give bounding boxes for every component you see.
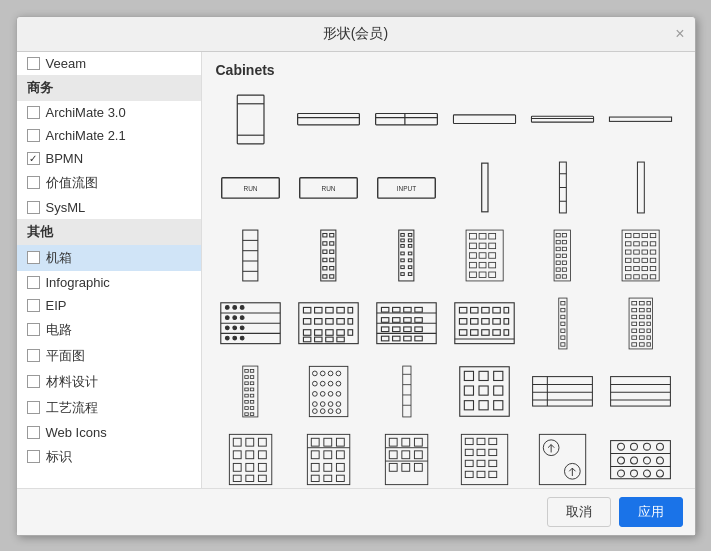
shape-item[interactable] (294, 430, 364, 488)
svg-rect-301 (311, 475, 319, 481)
svg-rect-110 (634, 275, 640, 279)
shape-item[interactable] (450, 430, 520, 488)
sidebar-item-eip[interactable]: EIP (17, 294, 201, 317)
checkbox-archimate3[interactable] (27, 106, 40, 119)
shape-item[interactable] (606, 90, 676, 150)
shape-item[interactable] (450, 158, 520, 218)
svg-rect-169 (455, 303, 514, 344)
content-area: Veeam商务ArchiMate 3.0ArchiMate 2.1BPMN价值流… (17, 52, 695, 488)
svg-rect-184 (504, 330, 509, 336)
svg-rect-108 (650, 267, 656, 271)
svg-rect-55 (401, 273, 404, 276)
svg-rect-133 (337, 308, 344, 314)
apply-button[interactable]: 应用 (619, 497, 683, 527)
cancel-button[interactable]: 取消 (547, 497, 611, 527)
sidebar-item-infographic[interactable]: Infographic (17, 271, 201, 294)
checkbox-veeam[interactable] (27, 57, 40, 70)
shape-item[interactable] (450, 226, 520, 286)
checkbox-logo[interactable] (27, 450, 40, 463)
svg-rect-309 (389, 451, 397, 459)
shape-item[interactable] (450, 90, 520, 150)
checkbox-web-icons[interactable] (27, 426, 40, 439)
shape-item[interactable] (216, 226, 286, 286)
svg-rect-9 (531, 117, 593, 123)
checkbox-bpmn[interactable] (27, 152, 40, 165)
shape-item[interactable] (372, 430, 442, 488)
shape-item[interactable] (294, 226, 364, 286)
svg-rect-179 (504, 319, 509, 325)
checkbox-machine-box[interactable] (27, 251, 40, 264)
svg-rect-195 (632, 302, 637, 305)
sidebar-label-circuit: 电路 (46, 321, 72, 339)
shape-item[interactable] (216, 90, 286, 150)
svg-rect-98 (634, 250, 640, 254)
sidebar-item-circuit[interactable]: 电路 (17, 317, 201, 343)
shape-item[interactable] (294, 90, 364, 150)
svg-rect-335 (611, 440, 671, 478)
sidebar-item-materials[interactable]: 材料设计 (17, 369, 201, 395)
shape-item[interactable]: RUN (294, 158, 364, 218)
shape-item[interactable] (528, 362, 598, 422)
svg-rect-132 (326, 308, 333, 314)
checkbox-sysml[interactable] (27, 201, 40, 214)
checkbox-value-flow[interactable] (27, 176, 40, 189)
checkbox-floor-plan[interactable] (27, 349, 40, 362)
shape-item[interactable] (606, 362, 676, 422)
svg-point-252 (328, 409, 333, 414)
sidebar-item-floor-plan[interactable]: 平面图 (17, 343, 201, 369)
shape-item[interactable] (372, 226, 442, 286)
svg-rect-158 (393, 318, 400, 323)
svg-rect-94 (634, 242, 640, 246)
sidebar-item-veeam[interactable]: Veeam (17, 52, 201, 75)
svg-rect-173 (493, 308, 500, 314)
shape-item[interactable]: RUN (216, 158, 286, 218)
shape-item[interactable] (528, 226, 598, 286)
checkbox-infographic[interactable] (27, 276, 40, 289)
svg-rect-0 (237, 95, 264, 144)
shape-item[interactable] (372, 294, 442, 354)
sidebar-label-logo: 标识 (46, 448, 72, 466)
sidebar-item-logo[interactable]: 标识 (17, 444, 201, 470)
shape-item[interactable] (294, 294, 364, 354)
sidebar-item-archimate2[interactable]: ArchiMate 2.1 (17, 124, 201, 147)
sidebar-item-sysml[interactable]: SysML (17, 196, 201, 219)
shape-item[interactable] (216, 430, 286, 488)
sidebar-item-machine-box[interactable]: 机箱 (17, 245, 201, 271)
sidebar-item-bpmn[interactable]: BPMN (17, 147, 201, 170)
svg-rect-261 (479, 371, 488, 380)
shape-item[interactable]: INPUT (372, 158, 442, 218)
shape-item[interactable] (606, 158, 676, 218)
shape-item[interactable] (528, 90, 598, 150)
shape-item[interactable] (606, 430, 676, 488)
shape-item[interactable] (216, 362, 286, 422)
svg-rect-227 (245, 400, 248, 403)
checkbox-process[interactable] (27, 401, 40, 414)
svg-rect-102 (634, 258, 640, 262)
shape-item[interactable] (372, 90, 442, 150)
checkbox-circuit[interactable] (27, 323, 40, 336)
svg-rect-148 (337, 337, 344, 342)
shape-item[interactable] (216, 294, 286, 354)
sidebar-item-value-flow[interactable]: 价值流图 (17, 170, 201, 196)
shape-item[interactable] (528, 430, 598, 488)
shape-item[interactable] (372, 362, 442, 422)
close-button[interactable]: × (675, 25, 684, 43)
checkbox-archimate2[interactable] (27, 129, 40, 142)
shape-item[interactable] (528, 294, 598, 354)
shape-item[interactable] (606, 294, 676, 354)
checkbox-materials[interactable] (27, 375, 40, 388)
sidebar-item-process[interactable]: 工艺流程 (17, 395, 201, 421)
sidebar-label-web-icons: Web Icons (46, 425, 107, 440)
svg-rect-35 (330, 250, 334, 253)
shape-item[interactable] (606, 226, 676, 286)
svg-rect-312 (389, 463, 397, 471)
shape-item[interactable] (450, 362, 520, 422)
svg-rect-163 (404, 327, 411, 332)
sidebar-item-web-icons[interactable]: Web Icons (17, 421, 201, 444)
sidebar-item-archimate3[interactable]: ArchiMate 3.0 (17, 101, 201, 124)
shape-item[interactable] (450, 294, 520, 354)
shape-item[interactable] (294, 362, 364, 422)
svg-rect-137 (326, 319, 333, 325)
checkbox-eip[interactable] (27, 299, 40, 312)
shape-item[interactable] (528, 158, 598, 218)
